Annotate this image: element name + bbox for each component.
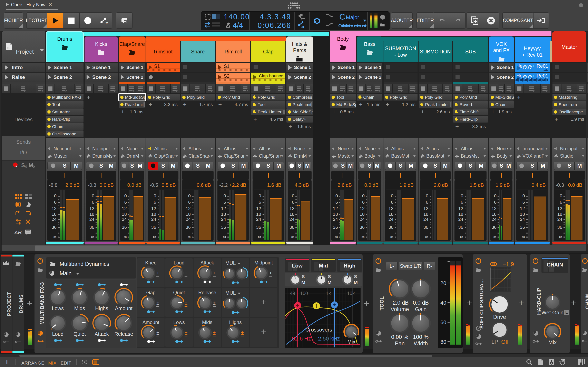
svg-text:w: w bbox=[105, 21, 108, 24]
